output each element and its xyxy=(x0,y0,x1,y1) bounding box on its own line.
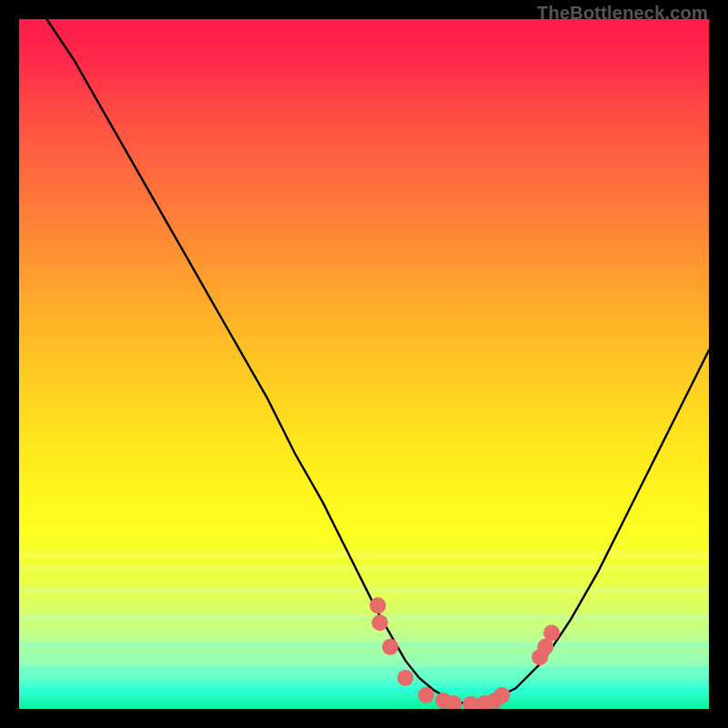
svg-rect-6 xyxy=(19,688,709,693)
green-band-group xyxy=(19,551,709,693)
chart-container: TheBottleneck.com xyxy=(0,0,728,728)
data-dot xyxy=(397,670,413,686)
chart-svg xyxy=(19,19,709,709)
data-dot xyxy=(418,687,434,703)
data-dot xyxy=(494,687,511,703)
data-dot xyxy=(369,597,386,613)
svg-rect-3 xyxy=(19,615,709,621)
svg-rect-2 xyxy=(19,588,709,593)
svg-rect-1 xyxy=(19,565,709,571)
data-dot xyxy=(382,639,399,655)
svg-rect-4 xyxy=(19,642,709,648)
data-dot xyxy=(543,625,560,642)
svg-rect-5 xyxy=(19,667,709,672)
data-dot xyxy=(371,614,388,631)
plot-area xyxy=(19,19,709,709)
